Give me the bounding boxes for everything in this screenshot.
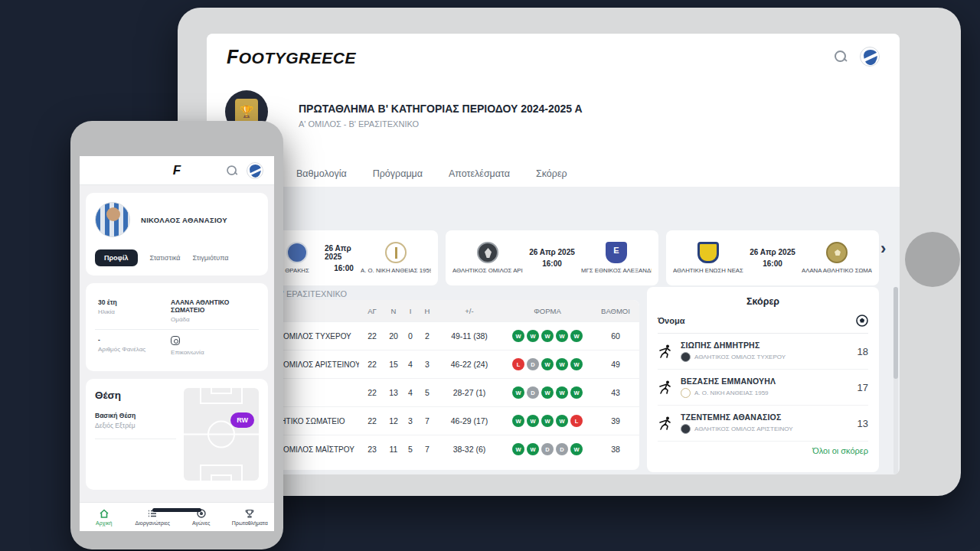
competition-title: ΠΡΩΤΑΘΛΗΜΑ Β' ΚΑΤΗΓΟΡΙΑΣ ΠΕΡΙΟΔΟΥ 2024-2… (299, 103, 583, 115)
runner-icon (658, 344, 673, 359)
search-icon[interactable] (226, 165, 237, 176)
field-team: ΑΛΑΝΑ ΑΘΛΗΤΙΚΟ ΣΩΜΑΤΕΙΟ Ομάδα (168, 292, 259, 330)
fixture-card[interactable]: ΑΘΛΗΤΙΚΗ ΕΝΩΣΗ ΝΕΑΣ ΧΙ... 26 Απρ 2025 16… (666, 230, 879, 285)
phone-header: F (80, 156, 274, 185)
table-row[interactable]: ΜΑΚΡΗΣ 22 13 4 5 28-27 (1) W D W W W 43 (225, 378, 639, 406)
chevron-right-icon[interactable]: › (880, 239, 886, 259)
home-indicator (152, 508, 201, 512)
form-badges: W D W W W (503, 386, 592, 399)
home-team-name: ΘΡΑΚΗΣ (285, 267, 309, 274)
trophy-icon (245, 509, 255, 519)
club-badge-icon[interactable] (247, 162, 263, 179)
player-info-card: 30 έτη Ηλικία ΑΛΑΝΑ ΑΘΛΗΤΙΚΟ ΣΩΜΑΤΕΙΟ Ομ… (86, 283, 268, 371)
scorer-name: ΤΖΕΝΤΕΜΗΣ ΑΘΑΝΑΣΙΟΣ (681, 412, 842, 422)
pitch-graphic: RW (184, 388, 259, 481)
fixture-date: 26 Απρ 2025 (750, 248, 795, 256)
fixture-date: 26 Απρ 2025 (325, 244, 363, 261)
team-badge-icon (681, 352, 691, 362)
home-team-name: ΑΘΛΗΤΙΚΗ ΕΝΩΣΗ ΝΕΑΣ ΧΙ... (673, 267, 743, 274)
fixtures-carousel: ΘΡΑΚΗΣ 26 Απρ 2025 16:00 Α. Ο. ΝΙΚΗ ΑΝΘΕ… (225, 230, 879, 285)
scorers-name-header: Όνομα (658, 316, 684, 325)
competition-header: 🏆 ΠΡΩΤΑΘΛΗΜΑ Β' ΚΑΤΗΓΟΡΙΑΣ ΠΕΡΙΟΔΟΥ 2024… (207, 80, 900, 187)
player-avatar (95, 202, 130, 237)
runner-icon (658, 416, 673, 431)
col-points: ΒΑΘΜΟΙ (592, 307, 639, 315)
team-badge-icon (681, 388, 691, 398)
player-name: ΝΙΚΟΛΑΟΣ ΑΘΑΝΑΣΙΟΥ (141, 216, 227, 224)
competition-subtitle: Α' ΟΜΙΛΟΣ - Β' ΕΡΑΣΙΤΕΧΝΙΚΟ (299, 119, 419, 129)
site-header: FOOTYGREECE (207, 34, 900, 80)
position-badge: RW (230, 412, 254, 428)
soccer-ball-icon (856, 315, 868, 327)
position-label: Βασική Θέση (95, 412, 176, 419)
scorer-row[interactable]: ΣΙΩΠΗΣ ΔΗΜΗΤΡΗΣ ΑΘΛΗΤΙΚΟΣ ΟΜΙΛΟΣ ΤΥΧΕΡΟΥ… (658, 334, 868, 370)
fixture-time: 16:00 (763, 259, 782, 268)
position-card: Θέση Βασική Θέση Δεξιός Εξτρέμ RW (86, 379, 268, 490)
table-row[interactable]: ΑΛΑΝΑ ΑΘΛΗΤΙΚΟ ΣΩΜΑΤΕΙΟ 22 12 3 7 46-29 … (225, 406, 639, 435)
standings-header-row: ΑΓ Ν Ι Η +/- ΦΟΡΜΑ ΒΑΘΜΟΙ (225, 300, 639, 321)
field-contact: Επικοινωνία (168, 330, 259, 362)
tab-highlights[interactable]: Στιγμιότυπα (193, 254, 229, 262)
away-team-name: ΜΓΣ ΕΘΝΙΚΟΣ ΑΛΕΞΑΝΔΡ... (581, 267, 652, 274)
tab-scorers[interactable]: Σκόρερ (534, 164, 569, 184)
position-value: Δεξιός Εξτρέμ (95, 422, 176, 429)
team-badge-icon (681, 424, 691, 434)
scorer-name: ΒΕΖΑΣΗΣ ΕΜΜΑΝΟΥΗΛ (681, 377, 842, 386)
standings-table: ΑΓ Ν Ι Η +/- ΦΟΡΜΑ ΒΑΘΜΟΙ ΑΘΛΗΤΙΚΟΣ ΟΜΙΛ… (225, 300, 639, 470)
phone-screen: F ΝΙΚΟΛΑΟΣ ΑΘΑΝΑΣΙΟΥ Προφίλ Στατιστικά Σ… (80, 156, 274, 531)
scorer-row[interactable]: ΒΕΖΑΣΗΣ ΕΜΜΑΝΟΥΗΛ Α. Ο. ΝΙΚΗ ΑΝΘΕΙΑΣ 195… (658, 370, 868, 406)
tab-results[interactable]: Αποτελέσματα (447, 164, 511, 184)
scorer-goals: 17 (850, 382, 868, 393)
away-team-name: ΑΛΑΝΑ ΑΘΛΗΤΙΚΟ ΣΩΜΑΤ... (802, 267, 872, 274)
away-team-badge-icon (826, 242, 848, 263)
tab-statistics[interactable]: Στατιστικά (150, 254, 181, 262)
phone-device: F ΝΙΚΟΛΑΟΣ ΑΘΑΝΑΣΙΟΥ Προφίλ Στατιστικά Σ… (70, 121, 283, 549)
away-team-badge-icon (606, 242, 627, 263)
search-icon[interactable] (834, 50, 848, 64)
bottom-nav: Αρχική Διοργανώτριες Αγώνες Πρωταθλήματα (80, 502, 274, 531)
scorer-team: ΑΘΛΗΤΙΚΟΣ ΟΜΙΛΟΣ ΤΥΧΕΡΟΥ (694, 354, 786, 360)
scorers-panel: Σκόρερ Όνομα ΣΙΩΠΗΣ ΔΗΜΗΤΡΗΣ (647, 287, 879, 472)
tab-profile[interactable]: Προφίλ (95, 249, 138, 266)
col-form: ΦΟΡΜΑ (503, 307, 592, 315)
table-row[interactable]: ΑΘΛΗΤΙΚΟΣ ΟΜΙΛΟΣ ΤΥΧΕΡΟΥ 22 20 0 2 49-11… (225, 321, 639, 350)
away-team-name: Α. Ο. ΝΙΚΗ ΑΝΘΕΙΑΣ 1959 (361, 267, 431, 274)
runner-icon (658, 380, 673, 395)
form-badges: W W W W L (503, 415, 592, 427)
main-content: ΘΡΑΚΗΣ 26 Απρ 2025 16:00 Α. Ο. ΝΙΚΗ ΑΝΘΕ… (207, 187, 900, 474)
col-played: ΑΓ (359, 307, 385, 315)
fixture-time: 16:00 (542, 259, 562, 268)
away-team-badge-icon (385, 242, 407, 263)
scorer-goals: 13 (850, 418, 868, 429)
table-row[interactable]: ΑΘΛΗΤΙΚΟΣ ΟΜΙΛΟΣ ΑΡΙΣΤΕΙΝΟΥ 22 15 4 3 46… (225, 350, 639, 378)
table-row[interactable]: ΑΘΛΗΤΙΚΟΣ ΟΜΙΛΟΣ ΜΑΪΣΤΡΟΥ 23 11 5 7 38-3… (225, 435, 639, 463)
fixture-date: 26 Απρ 2025 (529, 248, 575, 256)
site-logo[interactable]: FOOTYGREECE (227, 46, 356, 68)
field-shirt-number: - Αριθμός Φανέλας (95, 330, 168, 362)
instagram-icon[interactable] (171, 336, 180, 345)
nav-championships[interactable]: Πρωταθλήματα (226, 509, 275, 526)
home-team-badge-icon (697, 242, 719, 263)
col-wins: Ν (385, 307, 402, 315)
home-icon (99, 509, 109, 519)
home-team-badge-icon (286, 242, 308, 263)
nav-home[interactable]: Αρχική (80, 509, 129, 526)
home-team-name: ΑΘΛΗΤΙΚΟΣ ΟΜΙΛΟΣ ΑΡΙΣ... (452, 267, 523, 274)
scorer-team: Α. Ο. ΝΙΚΗ ΑΝΘΕΙΑΣ 1959 (694, 390, 769, 396)
col-draws: Ι (402, 307, 419, 315)
position-heading: Θέση (95, 390, 176, 401)
tablet-screen: FOOTYGREECE 🏆 ΠΡΩΤΑΘΛΗΜΑ Β' ΚΑΤΗΓΟΡΙΑΣ Π… (207, 34, 900, 474)
col-losses: Η (419, 307, 436, 315)
form-badges: W W W W W (503, 330, 592, 342)
scorer-name: ΣΙΩΠΗΣ ΔΗΜΗΤΡΗΣ (681, 341, 842, 350)
tab-standings[interactable]: Βαθμολογία (295, 164, 348, 184)
scorer-row[interactable]: ΤΖΕΝΤΕΜΗΣ ΑΘΑΝΑΣΙΟΣ ΑΘΛΗΤΙΚΟΣ ΟΜΙΛΟΣ ΑΡΙ… (658, 406, 868, 442)
club-badge-icon[interactable] (860, 47, 880, 67)
field-age: 30 έτη Ηλικία (95, 292, 168, 330)
tab-schedule[interactable]: Πρόγραμμα (371, 164, 424, 184)
fixture-card[interactable]: ΑΘΛΗΤΙΚΟΣ ΟΜΙΛΟΣ ΑΡΙΣ... 26 Απρ 2025 16:… (446, 230, 658, 285)
vertical-scrollbar[interactable] (893, 287, 898, 474)
fixture-time: 16:00 (334, 264, 354, 272)
scorer-team: ΑΘΛΗΤΙΚΟΣ ΟΜΙΛΟΣ ΑΡΙΣΤΕΙΝΟΥ (694, 425, 793, 432)
all-scorers-link[interactable]: Όλοι οι σκόρερ (658, 446, 868, 455)
